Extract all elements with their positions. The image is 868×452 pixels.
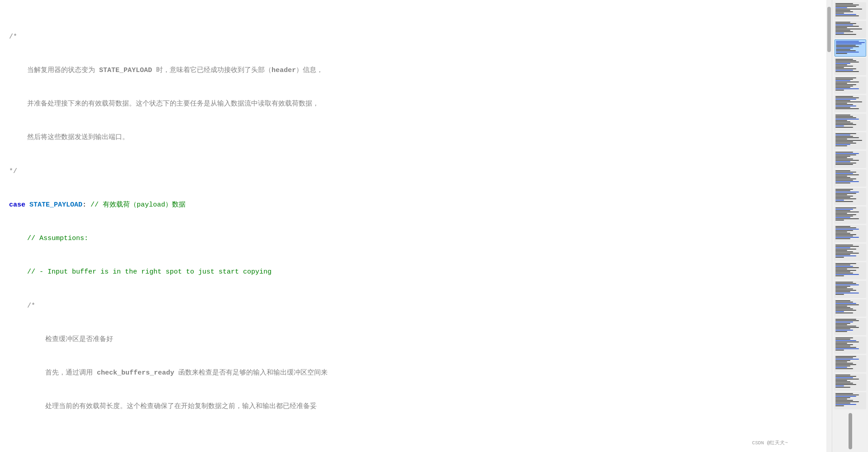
minimap-panel (832, 0, 868, 452)
line-check-zh3: 处理当前的有效载荷长度。这个检查确保了在开始复制数据之前，输入和输出都已经准备妥 (9, 401, 826, 413)
code-area[interactable]: /* 当解复用器的状态变为 STATE_PAYLOAD 时，意味着它已经成功接收… (0, 0, 826, 452)
minimap-item-11[interactable] (835, 188, 866, 205)
minimap-item-15[interactable] (835, 262, 866, 279)
line-zh3: 然后将这些数据发送到输出端口。 (9, 132, 826, 144)
minimap-item-9[interactable] (835, 151, 866, 168)
line-inner-open: /* (9, 301, 826, 312)
minimap-item-22[interactable] (835, 392, 866, 409)
line-assumptions: // Assumptions: (9, 233, 826, 245)
minimap-item-20[interactable] (835, 355, 866, 372)
line-comment-open: /* (9, 32, 826, 43)
minimap-item-6[interactable] (835, 95, 866, 112)
line-case: case STATE_PAYLOAD: // 有效载荷（payload）数据 (9, 200, 826, 211)
line-blank1 (9, 435, 826, 447)
line-comment-close: */ (9, 166, 826, 178)
page-wrapper: /* 当解复用器的状态变为 STATE_PAYLOAD 时，意味着它已经成功接收… (0, 0, 868, 452)
line-input-buffer: // - Input buffer is in the right spot t… (9, 267, 826, 278)
minimap-item-4[interactable] (835, 58, 866, 75)
minimap-item-7[interactable] (835, 114, 866, 131)
line-check-zh2: 首先，通过调用 check_buffers_ready 函数来检查是否有足够的输… (9, 368, 826, 379)
minimap-item-21[interactable] (835, 374, 866, 391)
minimap-item-3-highlighted[interactable] (835, 39, 866, 57)
minimap-item-1[interactable] (835, 2, 866, 19)
minimap-item-18[interactable] (835, 318, 866, 335)
minimap-item-2[interactable] (835, 21, 866, 38)
minimap-item-13[interactable] (835, 225, 866, 242)
line-zh1: 当解复用器的状态变为 STATE_PAYLOAD 时，意味着它已经成功接收到了头… (9, 65, 826, 77)
minimap-item-10[interactable] (835, 169, 866, 187)
minimap-item-14[interactable] (835, 244, 866, 261)
scrollbar-thumb[interactable] (827, 7, 831, 52)
code-block: /* 当解复用器的状态变为 STATE_PAYLOAD 时，意味着它已经成功接收… (9, 9, 826, 452)
line-check-zh1: 检查缓冲区是否准备好 (9, 334, 826, 346)
watermark: CSDN @红天犬~ (752, 439, 788, 447)
minimap-item-8[interactable] (835, 132, 866, 149)
scrollbar[interactable] (826, 0, 832, 452)
minimap-item-5[interactable] (835, 77, 866, 94)
minimap-item-16[interactable] (835, 281, 866, 298)
minimap-scrollbar[interactable] (849, 413, 852, 449)
minimap-item-12[interactable] (835, 207, 866, 224)
minimap-item-17[interactable] (835, 299, 866, 317)
line-zh2: 并准备处理接下来的有效载荷数据。这个状态下的主要任务是从输入数据流中读取有效载荷… (9, 99, 826, 110)
minimap-item-19[interactable] (835, 337, 866, 354)
